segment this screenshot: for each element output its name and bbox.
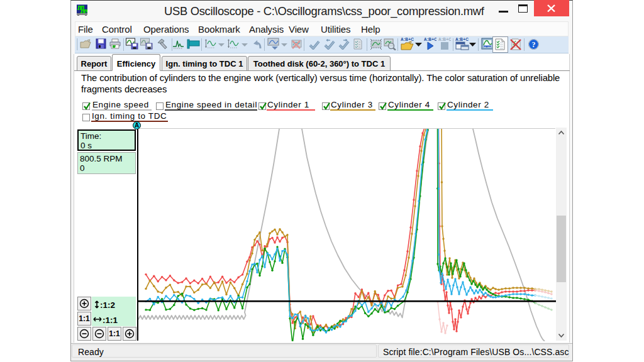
svg-text:A:B+C: A:B+C: [438, 37, 451, 41]
svg-text:A:B+C: A:B+C: [424, 37, 436, 41]
svg-text:A:B+C: A:B+C: [455, 37, 469, 41]
svg-text:A:B+C: A:B+C: [401, 37, 414, 41]
svg-text:?: ?: [532, 40, 536, 49]
